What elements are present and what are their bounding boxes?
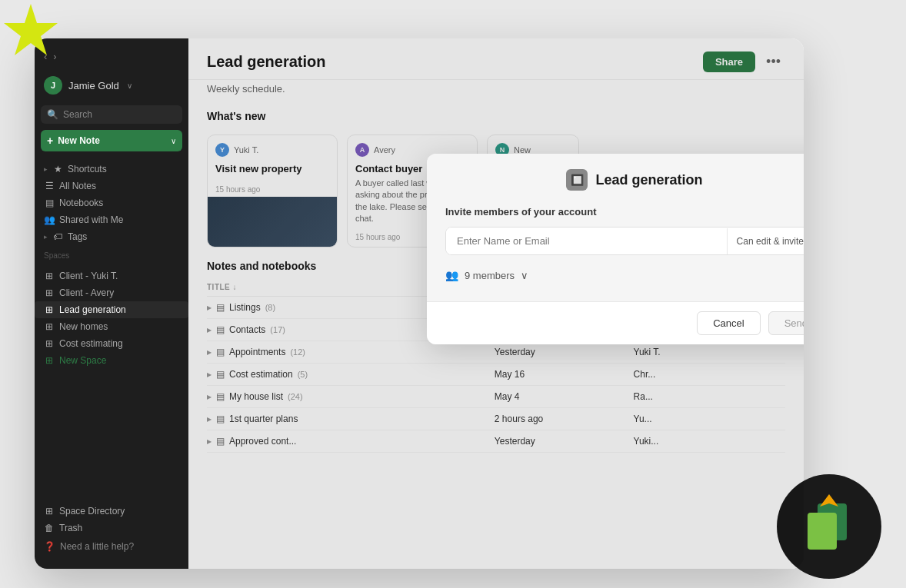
svg-marker-0 bbox=[4, 4, 58, 55]
members-count: 9 members bbox=[465, 270, 515, 281]
sidebar-item-label: Client - Avery bbox=[59, 287, 114, 298]
user-name-label: Jamie Gold bbox=[68, 80, 119, 91]
sidebar-item-label: New Space bbox=[59, 355, 106, 366]
sidebar-item-label: Client - Yuki T. bbox=[59, 271, 118, 281]
modal-overlay[interactable]: 🔲 Lead generation Invite members of your… bbox=[188, 38, 804, 569]
space-icon: ⊞ bbox=[44, 338, 55, 349]
sidebar-item-shared-with-me[interactable]: 👥 Shared with Me bbox=[35, 211, 188, 228]
space-icon: ⊞ bbox=[44, 271, 55, 281]
search-button[interactable]: 🔍 Search bbox=[41, 105, 182, 124]
dropdown-chevron-icon: ∨ bbox=[171, 137, 176, 145]
modal-footer: Cancel Send bbox=[427, 301, 804, 344]
sidebar-item-new-homes[interactable]: ⊞ New homes bbox=[35, 318, 188, 335]
sidebar-item-tags[interactable]: ▸ 🏷 Tags bbox=[35, 228, 188, 245]
search-icon: 🔍 bbox=[47, 109, 58, 120]
spaces-nav: ⊞ Client - Yuki T. ⊞ Client - Avery ⊞ Le… bbox=[35, 267, 188, 369]
sidebar-item-label: Shared with Me bbox=[59, 214, 123, 225]
sidebar-item-label: Shortcuts bbox=[68, 164, 107, 174]
avatar: J bbox=[44, 76, 62, 95]
directory-icon: ⊞ bbox=[44, 506, 55, 517]
sidebar-item-label: Tags bbox=[68, 231, 87, 242]
sidebar-item-client-yuki[interactable]: ⊞ Client - Yuki T. bbox=[35, 267, 188, 284]
user-chevron-icon: ∨ bbox=[127, 81, 132, 90]
modal-space-icon: 🔲 bbox=[566, 169, 588, 191]
sidebar-item-cost-estimating[interactable]: ⊞ Cost estimating bbox=[35, 335, 188, 352]
sidebar-item-new-space[interactable]: ⊞ New Space bbox=[35, 352, 188, 369]
sidebar-item-client-avery[interactable]: ⊞ Client - Avery bbox=[35, 284, 188, 301]
sidebar-item-space-directory[interactable]: ⊞ Space Directory bbox=[35, 503, 188, 520]
share-modal: 🔲 Lead generation Invite members of your… bbox=[427, 154, 804, 344]
svg-rect-3 bbox=[808, 513, 837, 550]
user-profile[interactable]: J Jamie Gold ∨ bbox=[35, 71, 188, 99]
sidebar-item-label: Notebooks bbox=[59, 198, 103, 208]
star-icon: ★ bbox=[52, 164, 63, 174]
space-icon: ⊞ bbox=[44, 304, 55, 315]
sidebar-item-all-notes[interactable]: ☰ All Notes bbox=[35, 178, 188, 194]
trash-icon: 🗑 bbox=[44, 523, 55, 533]
plus-icon: + bbox=[47, 135, 53, 147]
members-row[interactable]: 👥 9 members ∨ bbox=[445, 264, 804, 286]
new-note-button[interactable]: + New Note ∨ bbox=[41, 130, 182, 151]
sidebar-item-label: Trash bbox=[59, 523, 82, 533]
space-icon: ⊞ bbox=[44, 287, 55, 298]
modal-title: Lead generation bbox=[595, 172, 702, 188]
sidebar-item-shortcuts[interactable]: ▸ ★ Shortcuts bbox=[35, 161, 188, 178]
new-note-label: New Note bbox=[58, 135, 100, 146]
members-icon: 👥 bbox=[445, 269, 458, 281]
help-icon: ❓ bbox=[44, 541, 55, 552]
help-button[interactable]: ❓ Need a little help? bbox=[35, 537, 188, 556]
tag-icon: 🏷 bbox=[52, 231, 63, 242]
invite-input-row: Can edit & invite ∨ bbox=[445, 227, 804, 255]
main-content: Lead generation Share ••• Weekly schedul… bbox=[188, 38, 804, 569]
send-button[interactable]: Send bbox=[768, 311, 804, 335]
members-chevron-icon: ∨ bbox=[521, 270, 528, 281]
spaces-section-label: Spaces bbox=[35, 245, 188, 261]
sidebar-item-trash[interactable]: 🗑 Trash bbox=[35, 520, 188, 537]
space-icon: ⊞ bbox=[44, 321, 55, 332]
sidebar-bottom: ⊞ Space Directory 🗑 Trash ❓ Need a littl… bbox=[35, 497, 188, 563]
sidebar-item-label: All Notes bbox=[59, 181, 96, 191]
sidebar-item-label: Space Directory bbox=[59, 506, 125, 517]
cancel-button[interactable]: Cancel bbox=[697, 311, 760, 335]
permission-dropdown[interactable]: Can edit & invite ∨ bbox=[727, 228, 804, 254]
modal-header: 🔲 Lead generation bbox=[427, 154, 804, 200]
main-nav: ▸ ★ Shortcuts ☰ All Notes ▤ Notebooks 👥 … bbox=[35, 161, 188, 245]
modal-body: Invite members of your account Can edit … bbox=[427, 200, 804, 301]
sidebar-item-label: Cost estimating bbox=[59, 338, 123, 349]
sidebar-item-label: New homes bbox=[59, 321, 108, 332]
notebook-icon: ▤ bbox=[44, 198, 55, 208]
star-decoration bbox=[0, 0, 69, 69]
notes-icon: ☰ bbox=[44, 181, 55, 191]
new-space-icon: ⊞ bbox=[44, 355, 55, 366]
invite-subtitle: Invite members of your account bbox=[445, 206, 804, 218]
chevron-right-icon: ▸ bbox=[44, 233, 48, 241]
people-icon: 👥 bbox=[44, 214, 55, 225]
sidebar-item-notebooks[interactable]: ▤ Notebooks bbox=[35, 194, 188, 211]
permission-label: Can edit & invite bbox=[737, 236, 804, 247]
help-label: Need a little help? bbox=[60, 541, 134, 552]
sidebar: ‹ › J Jamie Gold ∨ 🔍 Search + New Note ∨… bbox=[35, 38, 188, 569]
search-label: Search bbox=[63, 109, 92, 120]
sidebar-item-lead-generation[interactable]: ⊞ Lead generation bbox=[35, 301, 188, 318]
chevron-right-icon: ▸ bbox=[44, 165, 48, 173]
sidebar-item-label: Lead generation bbox=[59, 304, 126, 315]
app-window: ‹ › J Jamie Gold ∨ 🔍 Search + New Note ∨… bbox=[35, 38, 804, 569]
invite-input[interactable] bbox=[446, 228, 727, 254]
